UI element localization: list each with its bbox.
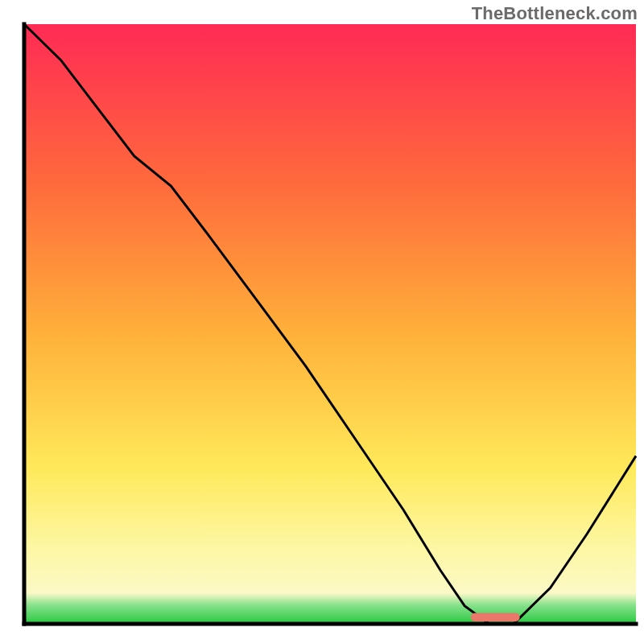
svg-rect-0 [24,24,636,593]
watermark-text: TheBottleneck.com [472,3,638,24]
svg-rect-2 [24,605,636,624]
optimal-marker [471,613,520,621]
chart-container: TheBottleneck.com [0,0,644,644]
bottleneck-chart [0,0,644,644]
